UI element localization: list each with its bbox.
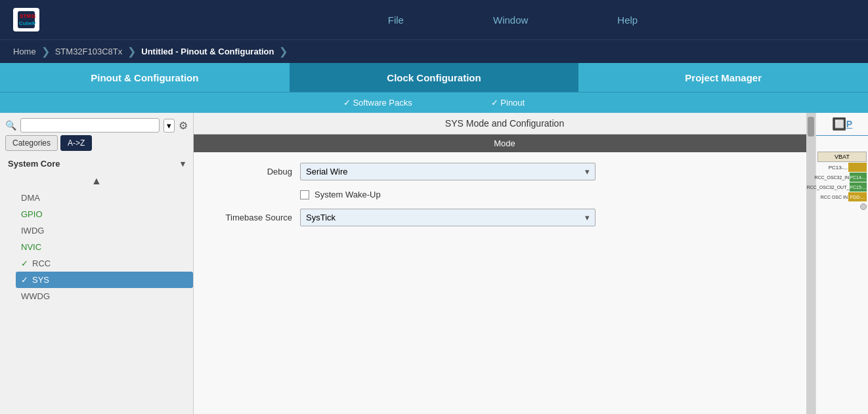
mode-header: Mode <box>194 135 815 152</box>
circle-row <box>817 203 867 210</box>
menu-help[interactable]: Help <box>612 12 643 28</box>
tab-az[interactable]: A->Z <box>60 135 92 151</box>
breadcrumb-arrow-1: ❯ <box>41 45 50 58</box>
svg-text:STM32: STM32 <box>20 13 35 19</box>
search-icon: 🔍 <box>5 120 16 131</box>
nav-item-wwdg[interactable]: WWDG <box>16 288 193 304</box>
nav-items: DMA GPIO IWDG NVIC ✓ RCC ✓ SYS WWDG <box>0 190 193 304</box>
chip-icon-bar: 🔲 P <box>816 113 868 136</box>
pdd-pin: PDD-... <box>848 192 867 201</box>
breadcrumb-current[interactable]: Untitled - Pinout & Configuration <box>141 47 274 56</box>
rcc-osc-in-row: RCC OSC IN PDD-... <box>817 192 867 201</box>
subtab-software-packs[interactable]: ✓ Software Packs <box>343 98 412 108</box>
category-tabs: Categories A->Z <box>0 135 193 155</box>
chip-pins: VBAT PC13-... RCC_OSC32_IN PC14-... RCC_… <box>816 149 868 215</box>
left-panel: 🔍 ▾ ⚙ Categories A->Z System Core ▾ ▲ DM… <box>0 113 194 414</box>
timebase-select-arrow-icon: ▾ <box>585 213 590 222</box>
wakeup-checkbox[interactable] <box>300 190 309 199</box>
system-core-header[interactable]: System Core ▾ <box>0 155 193 173</box>
tab-bar: Pinout & Configuration Clock Configurati… <box>0 63 868 92</box>
nav-rcc-label: RCC <box>32 259 51 268</box>
nav-item-sys[interactable]: ✓ SYS <box>16 272 193 288</box>
logo-box: STM32 CubeMX <box>13 8 39 31</box>
subtab-pinout[interactable]: ✓ Pinout <box>491 98 525 108</box>
rcc-check-icon: ✓ <box>21 259 28 268</box>
nav-sys-label: SYS <box>32 275 49 285</box>
tab-categories[interactable]: Categories <box>5 135 58 151</box>
stm32-logo-icon: STM32 CubeMX <box>17 10 35 29</box>
chip-p-label: P <box>846 119 852 129</box>
svg-text:CubeMX: CubeMX <box>19 20 35 26</box>
search-dropdown[interactable]: ▾ <box>163 119 175 133</box>
pc13-row: PC13-... <box>817 163 867 172</box>
menu-file[interactable]: File <box>383 12 409 28</box>
breadcrumb-arrow-2: ❯ <box>127 45 136 58</box>
breadcrumb-device[interactable]: STM32F103C8Tx <box>55 47 123 56</box>
rcc-osc32-out-row: RCC_OSC32_OUT_ PC15-... <box>817 182 867 192</box>
search-input[interactable] <box>20 118 160 133</box>
right-config-panel: SYS Mode and Configuration Mode Debug Se… <box>194 113 815 414</box>
sys-check-icon: ✓ <box>21 275 28 285</box>
nav-item-nvic[interactable]: NVIC <box>16 239 193 255</box>
form-area: Debug Serial Wire ▾ System Wake-Up Timeb… <box>194 152 815 246</box>
scrollbar[interactable] <box>806 113 815 414</box>
rcc-osc32-in-row: RCC_OSC32_IN PC14-... <box>817 173 867 182</box>
wakeup-label: System Wake-Up <box>315 190 381 199</box>
pc13-pin <box>848 163 867 172</box>
nav-up-arrow[interactable]: ▲ <box>0 173 193 190</box>
tab-pinout[interactable]: Pinout & Configuration <box>0 63 290 92</box>
breadcrumb-arrow-3: ❯ <box>279 45 288 58</box>
search-bar: 🔍 ▾ ⚙ <box>0 113 193 135</box>
nav-iwdg-label: IWDG <box>21 226 44 236</box>
nav-item-dma[interactable]: DMA <box>16 190 193 206</box>
debug-select-arrow-icon: ▾ <box>585 167 590 176</box>
tab-project[interactable]: Project Manager <box>578 63 868 92</box>
pc14-pin: PC14-... <box>850 173 867 182</box>
nav-dma-label: DMA <box>21 193 40 203</box>
vdd-label: VBAT <box>817 152 867 162</box>
nav-gpio-label: GPIO <box>21 209 43 219</box>
breadcrumb-bar: Home ❯ STM32F103C8Tx ❯ Untitled - Pinout… <box>0 39 868 63</box>
debug-select-value: Serial Wire <box>306 167 348 176</box>
menu-window[interactable]: Window <box>488 12 533 28</box>
config-panel-title: SYS Mode and Configuration <box>194 113 815 135</box>
menu-items: File Window Help <box>171 12 855 28</box>
debug-row: Debug Serial Wire ▾ <box>207 163 802 180</box>
logo-area: STM32 CubeMX <box>13 8 39 31</box>
chip-icon: 🔲 <box>832 117 846 131</box>
nav-nvic-label: NVIC <box>21 242 41 252</box>
gear-icon[interactable]: ⚙ <box>179 119 188 132</box>
debug-select[interactable]: Serial Wire ▾ <box>300 163 596 180</box>
wakeup-row: System Wake-Up <box>300 190 802 199</box>
tab-clock[interactable]: Clock Configuration <box>290 63 579 92</box>
nav-item-iwdg[interactable]: IWDG <box>16 222 193 239</box>
pc15-pin: PC15-... <box>850 182 867 192</box>
breadcrumb-home[interactable]: Home <box>13 47 36 56</box>
timebase-row: Timebase Source SysTick ▾ <box>207 209 802 226</box>
debug-label: Debug <box>207 167 292 176</box>
pin-circle <box>860 203 867 210</box>
timebase-label: Timebase Source <box>207 213 292 222</box>
top-menubar: STM32 CubeMX File Window Help <box>0 0 868 39</box>
nav-item-gpio[interactable]: GPIO <box>16 206 193 222</box>
timebase-select[interactable]: SysTick ▾ <box>300 209 596 226</box>
scroll-thumb <box>808 117 814 136</box>
nav-wwdg-label: WWDG <box>21 291 50 301</box>
timebase-select-value: SysTick <box>306 213 336 222</box>
sub-tab-bar: ✓ Software Packs ✓ Pinout <box>0 92 868 113</box>
nav-item-rcc[interactable]: ✓ RCC <box>16 255 193 272</box>
main-content: 🔍 ▾ ⚙ Categories A->Z System Core ▾ ▲ DM… <box>0 113 868 414</box>
section-chevron-icon: ▾ <box>181 159 185 169</box>
chip-panel: 🔲 P VBAT PC13-... RCC_OSC32_IN PC14-... … <box>815 113 868 414</box>
